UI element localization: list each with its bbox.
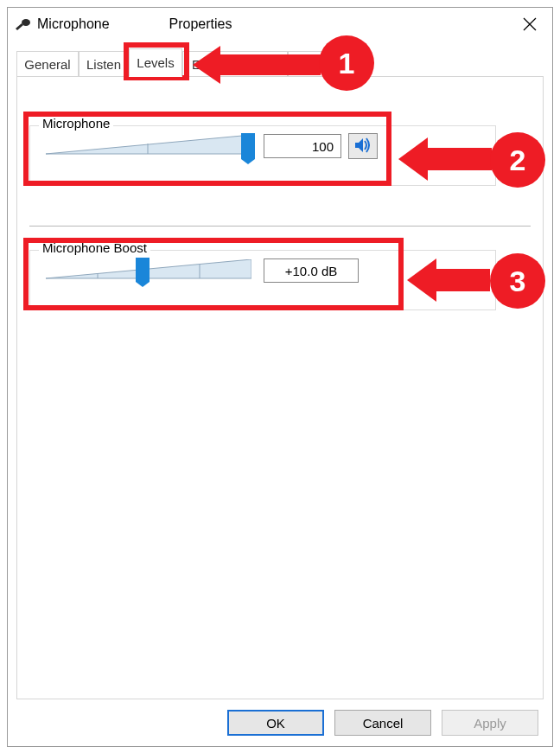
tab-general[interactable]: General: [16, 51, 79, 77]
titlebar: Microphone Properties: [8, 8, 552, 41]
svg-marker-3: [46, 135, 251, 154]
window-title-part2: Properties: [169, 16, 232, 31]
tab-advanced[interactable]: Advanced: [288, 51, 371, 77]
dialog-button-row: OK Cancel Apply: [8, 699, 552, 746]
microphone-boost-group: Microphone Boost +10.0 dB: [29, 250, 496, 310]
window-title: Microphone Properties: [37, 16, 232, 32]
microphone-boost-slider[interactable]: [41, 256, 257, 285]
close-button[interactable]: [514, 10, 545, 38]
svg-marker-5: [355, 138, 363, 152]
levels-tab-panel: Microphone 100: [16, 77, 544, 699]
ok-button[interactable]: OK: [227, 710, 324, 736]
cancel-button[interactable]: Cancel: [334, 710, 431, 736]
window-title-part1: Microphone: [37, 16, 110, 31]
microphone-boost-value[interactable]: +10.0 dB: [264, 258, 359, 283]
microphone-mute-button[interactable]: [348, 133, 378, 159]
microphone-level-value[interactable]: 100: [264, 134, 341, 158]
apply-button: Apply: [442, 710, 538, 736]
divider-line: [29, 226, 531, 227]
tab-levels[interactable]: Levels: [129, 48, 182, 77]
boost-group-label: Microphone Boost: [39, 240, 150, 255]
microphone-group-label: Microphone: [39, 116, 113, 131]
microphone-slider-thumb[interactable]: [241, 133, 255, 159]
microphone-level-slider[interactable]: [41, 131, 257, 161]
microphone-properties-window: Microphone Properties General Listen Lev…: [7, 7, 553, 747]
speaker-icon: [354, 137, 372, 156]
tab-strip: General Listen Levels Enhancements Advan…: [16, 48, 544, 77]
microphone-level-group: Microphone 100: [29, 125, 496, 186]
microphone-app-icon: [15, 16, 32, 33]
tab-listen[interactable]: Listen: [79, 51, 129, 77]
boost-slider-thumb[interactable]: [136, 258, 150, 282]
tab-enhancements[interactable]: Enhancements: [182, 51, 288, 77]
